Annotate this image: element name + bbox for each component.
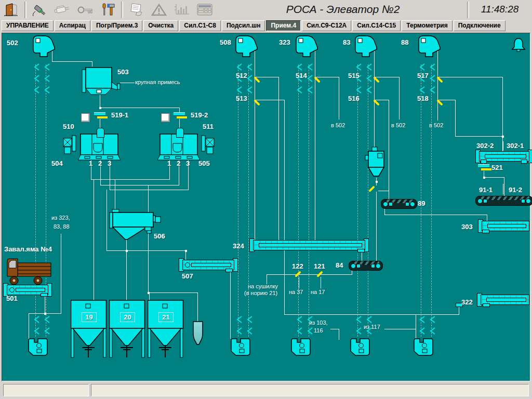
slide-valve-519-1[interactable] <box>94 112 105 116</box>
scheme-label: 303 <box>461 223 473 231</box>
scheme-label: (в норию 21) <box>244 290 277 296</box>
scheme-label: в 502 <box>331 122 345 128</box>
belt-conveyor-91[interactable] <box>475 196 532 206</box>
scheme-label: на сушилку <box>248 283 278 289</box>
scada-window: РОСА - Элеватор №2 11:48:28 УПРАВЛЕНИЕАс… <box>0 0 532 399</box>
flow-line <box>115 179 115 211</box>
flow-line <box>52 61 92 62</box>
screw-outlet <box>225 269 233 272</box>
slide-valve-gate[interactable] <box>97 116 108 118</box>
flow-line <box>455 100 456 137</box>
slide-valve-gate[interactable] <box>177 116 187 118</box>
elevator-buckets <box>429 62 436 98</box>
pipe-junction <box>44 313 46 315</box>
silo-number: 21 <box>158 312 174 322</box>
noria-boot-508[interactable] <box>229 338 252 356</box>
flow-line <box>339 77 339 119</box>
silo-number: 20 <box>120 312 135 322</box>
scheme-label: из 117 <box>364 324 380 330</box>
noria-leg-508 <box>238 64 238 337</box>
flow-line <box>197 292 198 321</box>
scheme-label: 510 <box>63 123 74 130</box>
elevator-buckets <box>296 62 303 98</box>
flow-line <box>148 292 198 293</box>
scheme-label: 1 <box>89 159 92 167</box>
mode-checkbox[interactable] <box>161 113 170 122</box>
scheme-label: 518 <box>417 95 429 102</box>
truck <box>5 256 53 286</box>
noria-leg-83 <box>368 64 368 337</box>
scheme-label: 116 <box>314 327 323 334</box>
slide-valve-gate[interactable] <box>481 168 491 170</box>
scheme-label: из 323, <box>51 215 70 221</box>
noria-head-508[interactable] <box>235 34 258 61</box>
noria-leg-502 <box>35 64 36 337</box>
elevator-buckets <box>246 62 253 98</box>
scheme-label: 505 <box>198 159 210 167</box>
screw-outlet <box>41 293 48 297</box>
noria-boot-502[interactable] <box>26 338 49 356</box>
discharge-hopper[interactable] <box>191 321 205 345</box>
scheme-label: 513 <box>236 95 247 102</box>
flow-line <box>384 215 487 215</box>
screw-conveyor-324[interactable] <box>253 240 365 250</box>
noria-leg-83 <box>357 64 358 337</box>
flow-line <box>120 83 135 83</box>
flow-line <box>100 119 100 128</box>
scheme-label: 324 <box>233 242 244 250</box>
separator-503[interactable] <box>81 65 121 96</box>
scheme-label: 89 <box>418 200 425 207</box>
scheme-label: 83 <box>343 38 350 46</box>
pipe-junction <box>376 181 378 183</box>
scheme-label: 504 <box>51 159 63 167</box>
slide-valve-521[interactable] <box>478 164 489 168</box>
alarm-bell-icon[interactable] <box>511 37 526 52</box>
flow-line <box>299 277 299 288</box>
noria-head-502[interactable] <box>32 34 55 61</box>
diverter-flap-522[interactable] <box>368 185 375 192</box>
silo-19[interactable]: 19 <box>71 300 107 358</box>
mode-checkbox[interactable] <box>81 113 90 122</box>
scheme-label: 91-2 <box>509 186 522 194</box>
pipe-junction <box>126 250 128 252</box>
belt-conveyor-89[interactable] <box>381 199 417 209</box>
flow-line <box>321 277 321 288</box>
elevator-buckets <box>306 315 313 339</box>
belt-conveyor-84[interactable] <box>349 261 383 271</box>
noria-boot-88[interactable] <box>412 338 435 356</box>
elevator-buckets <box>418 315 425 339</box>
flow-line <box>437 77 503 77</box>
noria-leg-323 <box>309 64 309 337</box>
flow-line <box>179 119 180 128</box>
feeder <box>176 128 184 138</box>
scheme-label: из 103, <box>309 320 328 326</box>
fan-510[interactable] <box>62 134 77 155</box>
scheme-label: крупная примесь <box>135 79 180 85</box>
pipe-junction <box>148 292 150 294</box>
noria-boot-323[interactable] <box>289 338 312 356</box>
flow-line <box>455 136 503 137</box>
outlet-stub <box>481 159 487 164</box>
flow-line <box>100 185 179 185</box>
flow-line <box>459 306 459 315</box>
noria-head-88[interactable] <box>418 34 441 61</box>
scheme-label: 508 <box>220 38 231 46</box>
flow-line <box>29 313 29 339</box>
flow-line <box>504 177 504 196</box>
silo-21[interactable]: 21 <box>148 300 184 358</box>
elevator-buckets <box>296 315 303 339</box>
noria-head-323[interactable] <box>295 34 318 61</box>
elevator-buckets <box>246 315 253 339</box>
slide-valve-519-2[interactable] <box>174 112 185 116</box>
pipe-junction <box>483 177 485 179</box>
noria-boot-83[interactable] <box>349 338 371 356</box>
scheme-label: 3 <box>108 159 111 167</box>
fan-511[interactable] <box>201 134 215 155</box>
silo-20[interactable]: 20 <box>109 300 145 358</box>
pipe-junction <box>502 136 504 138</box>
flow-line <box>100 108 180 108</box>
noria-head-83[interactable] <box>354 34 377 61</box>
silo-number: 19 <box>82 312 97 322</box>
scheme-label: на 17 <box>311 289 325 295</box>
cyclone-522-hopper[interactable] <box>365 147 388 179</box>
